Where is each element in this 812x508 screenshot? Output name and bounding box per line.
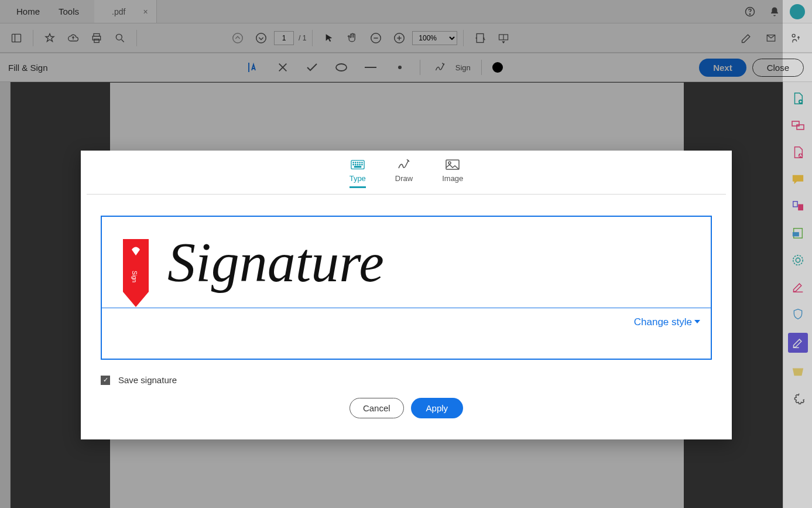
svg-rect-50 xyxy=(354,166,361,168)
svg-point-45 xyxy=(353,164,354,165)
tab-type-label: Type xyxy=(350,174,366,183)
apply-button[interactable]: Apply xyxy=(411,398,464,418)
tab-draw[interactable]: Draw xyxy=(395,159,413,188)
signature-text: Signature xyxy=(167,230,384,295)
chevron-down-icon xyxy=(694,320,700,325)
svg-point-48 xyxy=(359,164,360,165)
sign-flag-icon: Sign xyxy=(123,239,149,307)
svg-point-52 xyxy=(448,162,451,164)
signature-mode-tabs: Type Draw Image xyxy=(87,151,726,195)
save-signature-label: Save signature xyxy=(118,375,177,385)
svg-point-43 xyxy=(359,162,360,163)
tab-image[interactable]: Image xyxy=(442,159,463,188)
change-style-link[interactable]: Change style xyxy=(634,316,700,328)
svg-point-47 xyxy=(357,164,358,165)
tab-type[interactable]: Type xyxy=(350,159,366,188)
svg-point-44 xyxy=(361,162,362,163)
svg-point-41 xyxy=(355,162,355,163)
signature-input-area[interactable]: Sign Signature Change style xyxy=(101,216,712,360)
svg-point-42 xyxy=(357,162,358,163)
svg-text:Sign: Sign xyxy=(131,271,138,282)
modal-backdrop-rail xyxy=(783,0,812,508)
cancel-button[interactable]: Cancel xyxy=(350,398,404,418)
tab-draw-label: Draw xyxy=(395,174,413,183)
svg-point-49 xyxy=(361,164,362,165)
image-icon xyxy=(446,159,460,171)
signature-baseline xyxy=(102,308,711,308)
signature-modal: Type Draw Image Sign Signature Change st… xyxy=(81,151,732,439)
save-signature-checkbox[interactable]: ✓ xyxy=(101,376,110,385)
keyboard-icon xyxy=(351,159,365,171)
draw-icon xyxy=(397,159,411,171)
tab-image-label: Image xyxy=(442,174,463,183)
svg-point-46 xyxy=(355,164,355,165)
svg-point-40 xyxy=(353,162,354,163)
